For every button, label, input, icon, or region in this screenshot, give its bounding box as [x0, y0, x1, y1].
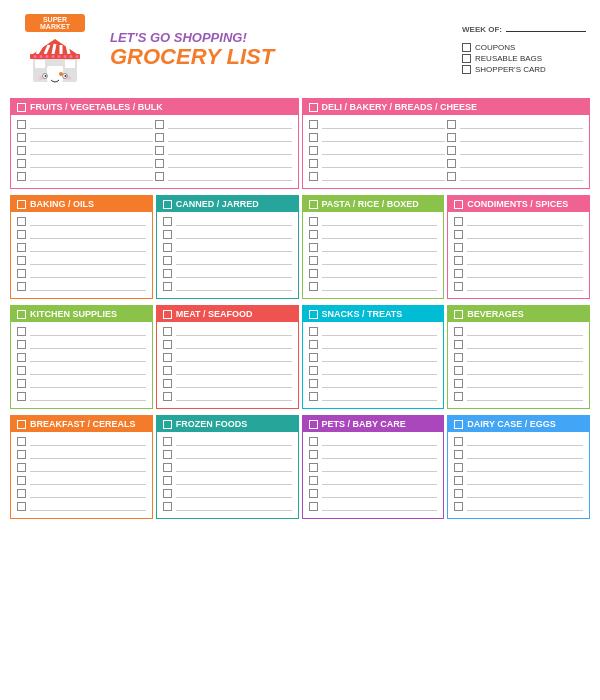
item-checkbox[interactable] [454, 437, 463, 446]
item-checkbox[interactable] [454, 489, 463, 498]
item-checkbox[interactable] [309, 450, 318, 459]
item-checkbox[interactable] [454, 379, 463, 388]
item-checkbox[interactable] [309, 120, 318, 129]
item-checkbox[interactable] [309, 230, 318, 239]
item-checkbox[interactable] [17, 450, 26, 459]
item-checkbox[interactable] [309, 340, 318, 349]
item-checkbox[interactable] [17, 340, 26, 349]
item-checkbox[interactable] [454, 353, 463, 362]
beverages-checkbox[interactable] [454, 310, 463, 319]
item-checkbox[interactable] [17, 269, 26, 278]
item-checkbox[interactable] [309, 269, 318, 278]
breakfast-checkbox[interactable] [17, 420, 26, 429]
item-checkbox[interactable] [454, 450, 463, 459]
item-checkbox[interactable] [454, 230, 463, 239]
item-checkbox[interactable] [309, 217, 318, 226]
item-checkbox[interactable] [155, 120, 164, 129]
item-checkbox[interactable] [155, 159, 164, 168]
item-checkbox[interactable] [447, 133, 456, 142]
item-checkbox[interactable] [163, 217, 172, 226]
item-checkbox[interactable] [17, 476, 26, 485]
item-checkbox[interactable] [17, 353, 26, 362]
item-checkbox[interactable] [17, 327, 26, 336]
item-checkbox[interactable] [454, 282, 463, 291]
item-checkbox[interactable] [17, 217, 26, 226]
item-checkbox[interactable] [309, 437, 318, 446]
item-checkbox[interactable] [17, 366, 26, 375]
baking-checkbox[interactable] [17, 200, 26, 209]
item-checkbox[interactable] [163, 327, 172, 336]
item-checkbox[interactable] [17, 146, 26, 155]
item-checkbox[interactable] [17, 120, 26, 129]
item-checkbox[interactable] [309, 327, 318, 336]
item-checkbox[interactable] [309, 463, 318, 472]
item-checkbox[interactable] [155, 133, 164, 142]
meat-checkbox[interactable] [163, 310, 172, 319]
item-checkbox[interactable] [309, 476, 318, 485]
item-checkbox[interactable] [17, 133, 26, 142]
item-checkbox[interactable] [155, 172, 164, 181]
item-checkbox[interactable] [163, 230, 172, 239]
item-checkbox[interactable] [309, 243, 318, 252]
item-checkbox[interactable] [454, 476, 463, 485]
item-checkbox[interactable] [163, 463, 172, 472]
item-checkbox[interactable] [309, 502, 318, 511]
item-checkbox[interactable] [17, 243, 26, 252]
item-checkbox[interactable] [447, 159, 456, 168]
item-checkbox[interactable] [447, 120, 456, 129]
item-checkbox[interactable] [163, 437, 172, 446]
frozen-checkbox[interactable] [163, 420, 172, 429]
item-checkbox[interactable] [454, 243, 463, 252]
item-checkbox[interactable] [17, 256, 26, 265]
pets-checkbox[interactable] [309, 420, 318, 429]
item-checkbox[interactable] [17, 282, 26, 291]
item-checkbox[interactable] [309, 172, 318, 181]
item-checkbox[interactable] [309, 159, 318, 168]
snacks-checkbox[interactable] [309, 310, 318, 319]
item-checkbox[interactable] [454, 392, 463, 401]
fruits-header-checkbox[interactable] [17, 103, 26, 112]
item-checkbox[interactable] [447, 146, 456, 155]
item-checkbox[interactable] [17, 172, 26, 181]
item-checkbox[interactable] [163, 476, 172, 485]
item-checkbox[interactable] [454, 463, 463, 472]
dairy-checkbox[interactable] [454, 420, 463, 429]
item-checkbox[interactable] [163, 340, 172, 349]
item-checkbox[interactable] [17, 230, 26, 239]
item-checkbox[interactable] [163, 379, 172, 388]
item-checkbox[interactable] [163, 256, 172, 265]
item-checkbox[interactable] [163, 282, 172, 291]
bags-checkbox[interactable] [462, 54, 471, 63]
item-checkbox[interactable] [17, 159, 26, 168]
item-checkbox[interactable] [309, 146, 318, 155]
item-checkbox[interactable] [309, 353, 318, 362]
pasta-checkbox[interactable] [309, 200, 318, 209]
deli-header-checkbox[interactable] [309, 103, 318, 112]
coupon-checkbox[interactable] [462, 43, 471, 52]
card-checkbox[interactable] [462, 65, 471, 74]
kitchen-checkbox[interactable] [17, 310, 26, 319]
item-checkbox[interactable] [454, 327, 463, 336]
item-checkbox[interactable] [17, 392, 26, 401]
item-checkbox[interactable] [163, 243, 172, 252]
item-checkbox[interactable] [309, 489, 318, 498]
item-checkbox[interactable] [309, 392, 318, 401]
item-checkbox[interactable] [454, 340, 463, 349]
item-checkbox[interactable] [163, 489, 172, 498]
item-checkbox[interactable] [454, 217, 463, 226]
item-checkbox[interactable] [163, 450, 172, 459]
item-checkbox[interactable] [454, 366, 463, 375]
item-checkbox[interactable] [447, 172, 456, 181]
item-checkbox[interactable] [17, 463, 26, 472]
item-checkbox[interactable] [163, 269, 172, 278]
item-checkbox[interactable] [163, 502, 172, 511]
item-checkbox[interactable] [17, 489, 26, 498]
item-checkbox[interactable] [309, 256, 318, 265]
item-checkbox[interactable] [17, 379, 26, 388]
item-checkbox[interactable] [309, 282, 318, 291]
item-checkbox[interactable] [309, 133, 318, 142]
item-checkbox[interactable] [454, 256, 463, 265]
item-checkbox[interactable] [163, 353, 172, 362]
item-checkbox[interactable] [454, 269, 463, 278]
item-checkbox[interactable] [309, 366, 318, 375]
